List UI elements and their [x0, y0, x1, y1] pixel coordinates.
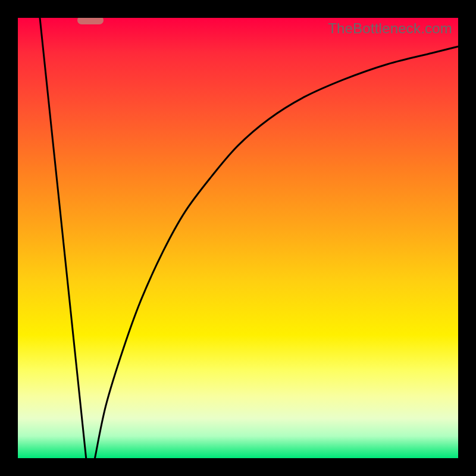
plot-area: TheBottleneck.com	[18, 18, 458, 458]
optimum-marker	[77, 18, 104, 24]
curve-right-branch	[95, 46, 459, 458]
curve-layer	[18, 18, 458, 458]
chart-frame: TheBottleneck.com	[0, 0, 476, 476]
curve-left-branch	[40, 18, 86, 458]
